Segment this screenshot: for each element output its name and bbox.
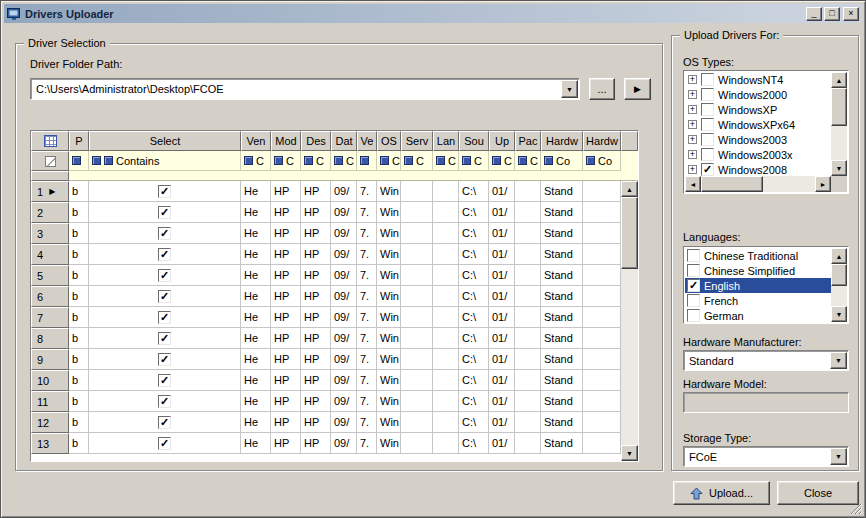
language-item-chinese-simplified[interactable]: Chinese Simplified <box>685 263 831 278</box>
cell-hardw-15[interactable] <box>583 328 621 349</box>
expand-icon[interactable]: + <box>688 120 697 129</box>
cell-os-8[interactable]: Win <box>377 202 401 223</box>
cell-pac-13[interactable] <box>515 265 541 286</box>
language-checkbox[interactable] <box>687 264 700 277</box>
cell-des-5[interactable]: HP <box>301 181 331 202</box>
cell-hardw-14[interactable]: Stand <box>541 202 583 223</box>
column-header-sou-11[interactable]: Sou <box>459 131 489 151</box>
filter-cell-11[interactable]: C <box>459 151 489 171</box>
cell-os-8[interactable]: Win <box>377 181 401 202</box>
table-row[interactable]: 8b✓HeHPHP09/7.WinC:\01/Stand <box>31 328 621 349</box>
dropdown-button[interactable]: ▼ <box>830 448 847 465</box>
cell-des-5[interactable]: HP <box>301 370 331 391</box>
cell-hardw-14[interactable]: Stand <box>541 328 583 349</box>
cell-hardw-15[interactable] <box>583 181 621 202</box>
cell-p[interactable]: b <box>69 412 89 433</box>
filter-cell-0[interactable] <box>31 151 69 171</box>
column-header-mod-4[interactable]: Mod <box>271 131 301 151</box>
cell-ve-7[interactable]: 7. <box>357 349 377 370</box>
table-row[interactable]: 1▶b✓HeHPHP09/7.WinC:\01/Stand <box>31 181 621 202</box>
cell-sou-11[interactable]: C:\ <box>459 286 489 307</box>
column-header-des-5[interactable]: Des <box>301 131 331 151</box>
filter-cell-13[interactable]: C <box>515 151 541 171</box>
cell-select[interactable]: ✓ <box>89 286 241 307</box>
column-header-select-2[interactable]: Select <box>89 131 241 151</box>
cell-sou-11[interactable]: C:\ <box>459 181 489 202</box>
column-header-ven-3[interactable]: Ven <box>241 131 271 151</box>
cell-ven-3[interactable]: He <box>241 307 271 328</box>
column-header-hardw-15[interactable]: Hardw <box>583 131 621 151</box>
cell-os-8[interactable]: Win <box>377 412 401 433</box>
tree-item-windows2008[interactable]: +✓Windows2008 <box>685 162 831 176</box>
scroll-track[interactable] <box>831 264 847 306</box>
cell-up-12[interactable]: 01/ <box>489 391 515 412</box>
filter-cell-8[interactable]: C <box>377 151 401 171</box>
language-checkbox[interactable] <box>687 294 700 307</box>
cell-ve-7[interactable]: 7. <box>357 307 377 328</box>
cell-os-8[interactable]: Win <box>377 244 401 265</box>
row-checkbox[interactable]: ✓ <box>158 227 171 240</box>
cell-pac-13[interactable] <box>515 202 541 223</box>
cell-lan-10[interactable] <box>433 202 459 223</box>
cell-sou-11[interactable]: C:\ <box>459 412 489 433</box>
minimize-button[interactable]: _ <box>806 7 822 21</box>
scroll-down-button[interactable]: ▼ <box>831 306 847 322</box>
cell-des-5[interactable]: HP <box>301 265 331 286</box>
close-dialog-button[interactable]: Close <box>777 481 859 505</box>
cell-hardw-15[interactable] <box>583 370 621 391</box>
cell-os-8[interactable]: Win <box>377 307 401 328</box>
cell-ve-7[interactable]: 7. <box>357 181 377 202</box>
filter-cell-9[interactable]: C <box>401 151 433 171</box>
cell-mod-4[interactable]: HP <box>271 391 301 412</box>
folder-path-dropdown-button[interactable]: ▼ <box>561 80 578 98</box>
language-item-french[interactable]: French <box>685 293 831 308</box>
cell-lan-10[interactable] <box>433 307 459 328</box>
cell-ven-3[interactable]: He <box>241 181 271 202</box>
cell-ve-7[interactable]: 7. <box>357 202 377 223</box>
table-row[interactable]: 4b✓HeHPHP09/7.WinC:\01/Stand <box>31 244 621 265</box>
cell-ven-3[interactable]: He <box>241 328 271 349</box>
expand-icon[interactable]: + <box>688 75 697 84</box>
scroll-down-button[interactable]: ▼ <box>621 445 638 461</box>
row-header[interactable]: 4 <box>31 244 69 265</box>
filter-cell-7[interactable] <box>357 151 377 171</box>
cell-dat-6[interactable]: 09/ <box>331 328 357 349</box>
language-item-chinese-traditional[interactable]: Chinese Traditional <box>685 248 831 263</box>
cell-select[interactable]: ✓ <box>89 328 241 349</box>
filter-cell-12[interactable]: C <box>489 151 515 171</box>
cell-ve-7[interactable]: 7. <box>357 223 377 244</box>
row-header[interactable]: 10 <box>31 370 69 391</box>
cell-up-12[interactable]: 01/ <box>489 223 515 244</box>
filter-cell-2[interactable]: Contains <box>89 151 241 171</box>
upload-button[interactable]: Upload... <box>673 481 770 505</box>
cell-mod-4[interactable]: HP <box>271 265 301 286</box>
expand-icon[interactable]: + <box>688 165 697 174</box>
grid-corner-header[interactable] <box>31 131 69 151</box>
browse-button[interactable]: ... <box>589 78 615 100</box>
cell-des-5[interactable]: HP <box>301 286 331 307</box>
cell-des-5[interactable]: HP <box>301 328 331 349</box>
row-header[interactable]: 13 <box>31 433 69 454</box>
cell-sou-11[interactable]: C:\ <box>459 349 489 370</box>
cell-mod-4[interactable]: HP <box>271 433 301 454</box>
cell-ve-7[interactable]: 7. <box>357 328 377 349</box>
cell-pac-13[interactable] <box>515 349 541 370</box>
filter-cell-1[interactable] <box>69 151 89 171</box>
cell-select[interactable]: ✓ <box>89 223 241 244</box>
cell-pac-13[interactable] <box>515 244 541 265</box>
column-header-ve-7[interactable]: Ve <box>357 131 377 151</box>
row-header[interactable]: 7 <box>31 307 69 328</box>
cell-ven-3[interactable]: He <box>241 286 271 307</box>
row-checkbox[interactable]: ✓ <box>158 374 171 387</box>
cell-ven-3[interactable]: He <box>241 265 271 286</box>
row-header[interactable]: 5 <box>31 265 69 286</box>
cell-sou-11[interactable]: C:\ <box>459 223 489 244</box>
cell-os-8[interactable]: Win <box>377 286 401 307</box>
table-row[interactable]: 2b✓HeHPHP09/7.WinC:\01/Stand <box>31 202 621 223</box>
cell-hardw-15[interactable] <box>583 286 621 307</box>
cell-hardw-14[interactable]: Stand <box>541 265 583 286</box>
os-type-checkbox[interactable] <box>701 103 714 116</box>
cell-des-5[interactable]: HP <box>301 412 331 433</box>
cell-hardw-15[interactable] <box>583 265 621 286</box>
cell-hardw-14[interactable]: Stand <box>541 370 583 391</box>
